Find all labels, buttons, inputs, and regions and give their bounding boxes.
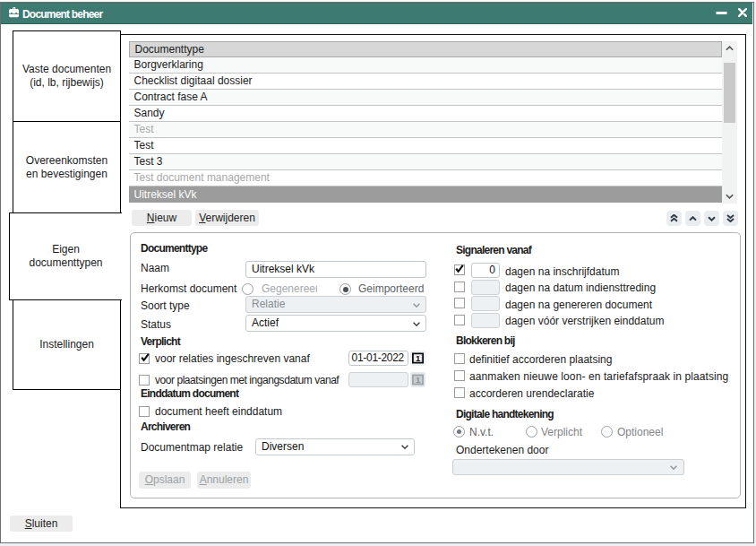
svg-text:1: 1 xyxy=(416,375,421,385)
svg-text:1: 1 xyxy=(416,353,421,363)
